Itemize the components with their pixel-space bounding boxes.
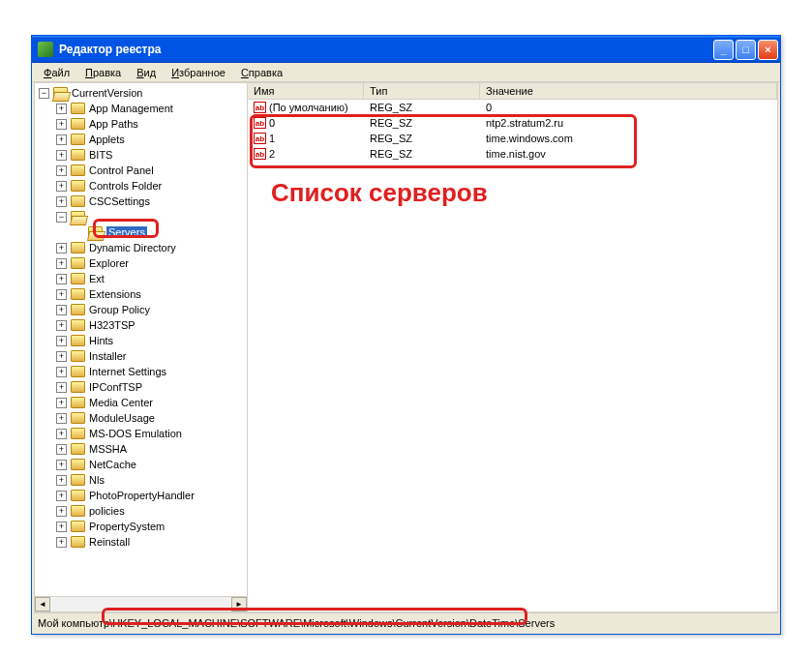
tree-node-servers[interactable]: Servers	[39, 224, 247, 240]
table-row-default[interactable]: ab(По умолчанию) REG_SZ 0	[248, 100, 777, 115]
tree-label[interactable]: ModuleUsage	[89, 412, 155, 424]
expand-icon[interactable]: +	[56, 274, 67, 284]
menu-edit[interactable]: Правка	[77, 65, 129, 80]
scroll-track[interactable]	[50, 597, 231, 611]
tree-node-datetime[interactable]: −	[39, 209, 247, 224]
expand-icon[interactable]: +	[56, 104, 67, 114]
tree-label[interactable]: CSCSettings	[89, 195, 150, 207]
expand-icon[interactable]: +	[56, 351, 67, 362]
tree-label[interactable]: Explorer	[89, 257, 129, 269]
expand-icon[interactable]: +	[56, 413, 67, 424]
tree-node[interactable]: +Media Center	[39, 395, 247, 410]
tree-label[interactable]: Controls Folder	[89, 180, 162, 192]
tree-node[interactable]: +Applets	[39, 132, 247, 147]
tree-node[interactable]: +H323TSP	[39, 317, 247, 333]
tree-node[interactable]: +ModuleUsage	[39, 410, 247, 426]
col-value[interactable]: Значение	[480, 83, 777, 99]
col-type[interactable]: Тип	[364, 83, 480, 99]
tree-node[interactable]: +App Management	[39, 101, 247, 116]
menu-help[interactable]: Справка	[233, 65, 290, 80]
expand-icon[interactable]: +	[56, 398, 67, 408]
scroll-right-button[interactable]: ►	[231, 597, 247, 611]
expand-icon[interactable]: +	[56, 134, 67, 145]
horizontal-scrollbar[interactable]: ◄ ►	[35, 596, 247, 611]
expand-icon[interactable]: +	[56, 537, 67, 548]
values-pane[interactable]: Имя Тип Значение ab(По умолчанию) REG_SZ…	[248, 83, 777, 611]
tree-label[interactable]: Control Panel	[89, 164, 154, 176]
expand-icon[interactable]: +	[56, 522, 67, 532]
tree-label[interactable]: CurrentVersion	[72, 87, 142, 99]
menu-view[interactable]: Вид	[129, 65, 164, 80]
scroll-left-button[interactable]: ◄	[35, 597, 50, 611]
tree-node[interactable]: +Ext	[39, 271, 247, 286]
table-row[interactable]: ab1REG_SZtime.windows.com	[248, 131, 777, 146]
col-name[interactable]: Имя	[248, 83, 364, 99]
expand-icon[interactable]: +	[56, 258, 67, 269]
tree-label[interactable]: policies	[89, 505, 125, 517]
tree-label[interactable]: Applets	[89, 134, 125, 145]
tree-node[interactable]: +Nls	[39, 472, 247, 488]
tree-node[interactable]: +Extensions	[39, 286, 247, 302]
tree-label[interactable]: Media Center	[89, 397, 153, 408]
tree-label[interactable]: BITS	[89, 149, 112, 161]
tree-node[interactable]: +Reinstall	[39, 534, 247, 550]
tree-node[interactable]: +PhotoPropertyHandler	[39, 488, 247, 503]
tree-label[interactable]: Ext	[89, 273, 105, 284]
tree-label[interactable]: Group Policy	[89, 304, 150, 315]
tree-node[interactable]: +CSCSettings	[39, 194, 247, 209]
expand-icon[interactable]: +	[56, 506, 67, 517]
expand-icon[interactable]: +	[56, 429, 67, 439]
tree-node[interactable]: +BITS	[39, 147, 247, 163]
tree-node[interactable]: +IPConfTSP	[39, 379, 247, 395]
expand-icon[interactable]: +	[56, 181, 67, 192]
tree-node-root[interactable]: − CurrentVersion	[39, 85, 247, 101]
tree-node[interactable]: +Dynamic Directory	[39, 240, 247, 255]
tree-label[interactable]: Reinstall	[89, 536, 130, 548]
expand-icon[interactable]: +	[56, 475, 67, 486]
tree-node[interactable]: +MSSHA	[39, 441, 247, 457]
menu-file[interactable]: Файл	[36, 65, 77, 80]
expand-icon[interactable]: +	[56, 491, 67, 501]
expand-icon[interactable]: −	[39, 88, 49, 99]
tree-node[interactable]: +MS-DOS Emulation	[39, 426, 247, 441]
tree-node[interactable]: +Controls Folder	[39, 178, 247, 194]
expand-icon[interactable]: +	[56, 243, 67, 253]
tree-node[interactable]: +policies	[39, 503, 247, 519]
expand-icon[interactable]: +	[56, 460, 67, 470]
tree-label[interactable]: App Management	[89, 103, 173, 114]
tree-label[interactable]: App Paths	[89, 118, 138, 130]
expand-icon[interactable]: +	[56, 320, 67, 331]
expand-icon[interactable]: +	[56, 444, 67, 455]
expand-icon[interactable]: +	[56, 119, 67, 130]
tree-node[interactable]: +App Paths	[39, 116, 247, 132]
tree-node[interactable]: +Explorer	[39, 255, 247, 271]
tree-label[interactable]: H323TSP	[89, 319, 135, 331]
tree-node[interactable]: +Installer	[39, 348, 247, 364]
tree-label[interactable]: MSSHA	[89, 443, 127, 455]
tree-node[interactable]: +NetCache	[39, 457, 247, 472]
tree-label[interactable]: MS-DOS Emulation	[89, 428, 182, 439]
tree-pane[interactable]: − CurrentVersion +App Management+App Pat…	[35, 83, 248, 611]
expand-icon[interactable]: +	[56, 196, 67, 207]
tree-node[interactable]: +Control Panel	[39, 163, 247, 178]
tree-label[interactable]: Extensions	[89, 288, 141, 300]
tree-label[interactable]: Installer	[89, 350, 127, 362]
tree-label[interactable]: Hints	[89, 335, 113, 346]
tree-label[interactable]: NetCache	[89, 459, 136, 470]
tree-label[interactable]: PropertySystem	[89, 521, 165, 532]
table-row[interactable]: ab0REG_SZntp2.stratum2.ru	[248, 115, 777, 131]
expand-icon[interactable]: −	[56, 212, 67, 223]
expand-icon[interactable]: +	[56, 305, 67, 315]
tree-node[interactable]: +Internet Settings	[39, 364, 247, 379]
maximize-button[interactable]: □	[736, 40, 756, 60]
tree-label[interactable]: PhotoPropertyHandler	[89, 490, 195, 501]
minimize-button[interactable]: _	[713, 40, 734, 60]
table-row[interactable]: ab2REG_SZtime.nist.gov	[248, 146, 777, 162]
expand-icon[interactable]: +	[56, 336, 67, 346]
close-button[interactable]: ×	[758, 40, 778, 60]
tree-node[interactable]: +Group Policy	[39, 302, 247, 317]
registry-tree[interactable]: − CurrentVersion +App Management+App Pat…	[35, 83, 247, 596]
expand-icon[interactable]: +	[56, 382, 67, 393]
menu-favorites[interactable]: Избранное	[164, 65, 233, 80]
tree-label[interactable]: Nls	[89, 474, 105, 486]
